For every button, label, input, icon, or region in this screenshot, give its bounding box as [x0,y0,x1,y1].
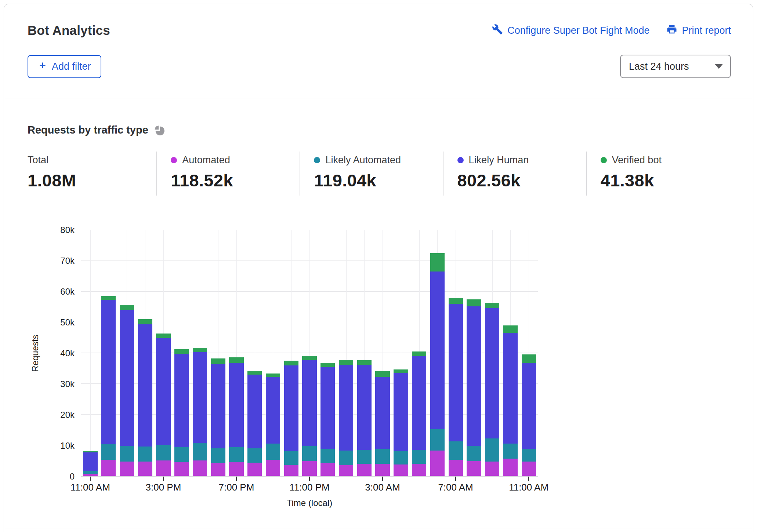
bar-segment-likely-human [375,377,390,449]
bar[interactable] [394,230,408,476]
verified-bot-dot [601,157,607,163]
bar-segment-automated [302,461,316,476]
print-report-link[interactable]: Print report [666,24,731,37]
bar[interactable] [247,230,262,476]
bar[interactable] [138,230,152,476]
x-tick-label: 11:00 AM [509,482,548,493]
bar-segment-verified-bot [266,374,280,376]
bar-segment-automated [449,460,463,476]
bar-slot [209,230,227,476]
y-axis-ticks: 010k20k30k40k50k60k70k80k [43,230,81,477]
x-tick-label: 3:00 PM [145,482,181,493]
x-tick [236,477,237,481]
bar-segment-automated [211,463,225,476]
bar-segment-verified-bot [467,299,481,306]
time-range-select[interactable]: Last 24 hours [620,55,731,78]
bar-slot [337,230,355,476]
bar[interactable] [174,230,189,476]
bar-segment-verified-bot [485,303,499,308]
stat-verified-bot-label: Verified bot [612,154,662,166]
bar-segment-verified-bot [394,369,408,373]
time-range-value: Last 24 hours [629,61,689,72]
bar-segment-likely-human [174,354,189,447]
bar-segment-likely-automated [430,429,445,451]
bar-segment-likely-human [302,360,316,446]
bar-segment-verified-bot [320,363,335,367]
bar-segment-verified-bot [229,357,243,363]
bar-segment-verified-bot [302,356,316,360]
configure-sbfm-link[interactable]: Configure Super Bot Fight Mode [492,24,649,37]
bar[interactable] [156,230,170,476]
bar-segment-verified-bot [357,360,372,365]
bar-segment-likely-human [211,364,225,448]
bar[interactable] [302,230,316,476]
bar[interactable] [320,230,335,476]
bar-segment-automated [138,462,152,476]
bar-segment-likely-human [522,363,536,449]
bar[interactable] [522,230,536,476]
bar-segment-verified-bot [522,354,536,363]
bar-segment-likely-human [357,365,372,450]
bar-segment-likely-automated [83,471,97,474]
y-tick-label: 20k [60,410,75,420]
bar-segment-likely-automated [375,449,390,464]
bar[interactable] [357,230,372,476]
bar-segment-likely-automated [120,446,134,462]
stat-total-label: Total [28,154,48,166]
stat-likely-human-label: Likely Human [469,154,529,166]
bar-segment-automated [503,459,518,476]
add-filter-label: Add filter [52,61,91,72]
bar[interactable] [412,230,426,476]
bar-segment-likely-automated [101,444,116,460]
x-tick [309,477,310,481]
bar[interactable] [83,230,97,476]
bar[interactable] [101,230,116,476]
bar-segment-likely-human [138,324,152,447]
pie-chart-icon [154,125,164,135]
bar-slot [519,230,538,476]
bar-slot [264,230,282,476]
bar-segment-likely-automated [320,449,335,463]
stat-total: Total 1.08M [28,152,156,196]
bar-segment-likely-automated [193,443,207,461]
bar-segment-automated [357,464,372,476]
y-tick-label: 60k [60,287,75,297]
bar[interactable] [430,230,445,476]
bar-segment-verified-bot [449,298,463,304]
add-filter-button[interactable]: Add filter [28,55,101,78]
bar[interactable] [449,230,463,476]
bar-segment-likely-automated [211,448,225,463]
bar-segment-verified-bot [339,360,353,365]
bar[interactable] [485,230,499,476]
bar[interactable] [339,230,353,476]
bar-segment-automated [320,463,335,476]
bar-segment-likely-automated [302,446,316,461]
bar-segment-likely-automated [449,441,463,459]
bar-segment-automated [394,464,408,476]
bar[interactable] [193,230,207,476]
bar-slot [300,230,319,476]
bottom-divider [4,528,753,528]
bar[interactable] [211,230,225,476]
bar-segment-likely-automated [247,448,262,463]
bar[interactable] [467,230,481,476]
bar-segment-likely-automated [266,444,280,460]
stat-likely-automated-value: 119.04k [314,170,443,190]
bar-segment-automated [247,463,262,476]
bar[interactable] [266,230,280,476]
bar-segment-likely-automated [156,445,170,460]
bar[interactable] [120,230,134,476]
bar[interactable] [375,230,390,476]
bar[interactable] [229,230,243,476]
bar-segment-likely-automated [229,447,243,462]
x-axis-title: Time (local) [81,498,538,508]
y-tick-label: 80k [60,225,75,235]
bar-segment-verified-bot [174,349,189,354]
bar-slot [81,230,99,476]
bar-segment-automated [229,462,243,476]
bar[interactable] [284,230,298,476]
likely-automated-dot [314,157,320,163]
bar-segment-likely-human [247,375,262,448]
stat-likely-human-value: 802.56k [457,170,586,190]
bar[interactable] [503,230,518,476]
